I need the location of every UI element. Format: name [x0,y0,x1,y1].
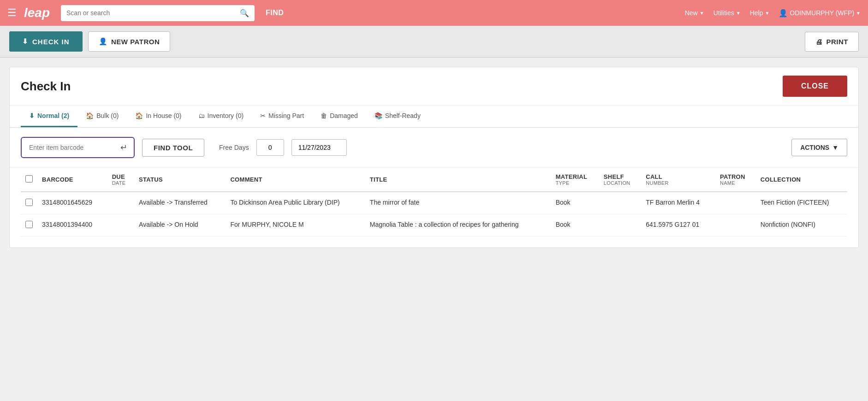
inventory-tab-icon: 🗂 [198,112,205,119]
new-menu-caret: ▼ [700,11,704,16]
th-collection: COLLECTION [756,168,847,192]
row-checkbox-1[interactable] [25,221,33,228]
print-button[interactable]: 🖨 PRINT [805,32,859,52]
cell-material-type-1: Book [551,214,599,236]
close-button[interactable]: CLOSE [783,76,847,97]
row-checkbox-0[interactable] [25,199,33,206]
user-menu-label: ODINMURPHY (WFP) [790,9,854,17]
tab-missing-part-label: Missing Part [268,112,304,119]
hamburger-icon[interactable]: ☰ [7,7,17,19]
panel-title: Check In [21,79,71,94]
cell-comment-1: For MURPHY, NICOLE M [226,214,365,236]
free-days-label: Free Days [219,144,249,151]
panel-header: Check In CLOSE [10,67,858,106]
inhouse-tab-icon: 🏠 [135,112,143,119]
print-icon: 🖨 [815,38,823,46]
cell-comment-0: To Dickinson Area Public Library (DIP) [226,192,365,214]
bulk-tab-icon: 🏠 [86,112,94,119]
cell-status-1: Available -> On Hold [134,214,226,236]
cell-shelf-location-0 [599,192,641,214]
free-days-input[interactable] [256,139,284,156]
utilities-menu-label: Utilities [713,9,734,17]
tab-inventory[interactable]: 🗂 Inventory (0) [190,106,252,127]
tab-bulk-label: Bulk (0) [96,112,119,119]
barcode-enter-button[interactable]: ↵ [115,139,133,156]
tab-shelf-ready[interactable]: 📚 Shelf-Ready [366,106,429,127]
tab-inhouse-label: In House (0) [146,112,181,119]
cell-collection-1: Nonfiction (NONFI) [756,214,847,236]
find-tool-button[interactable]: FIND TOOL [142,139,204,157]
user-menu[interactable]: 👤 ODINMURPHY (WFP) ▼ [779,9,861,18]
cell-patron-name-1 [715,214,756,236]
actions-button[interactable]: ACTIONS ▼ [791,139,847,156]
cell-call-number-1: 641.5975 G127 01 [641,214,715,236]
table-wrap: BARCODE DUEDATE STATUS COMMENT TITLE MAT… [10,168,858,248]
tab-missing-part[interactable]: ✂ Missing Part [252,106,312,127]
new-menu[interactable]: New ▼ [685,9,704,17]
date-input[interactable] [291,139,347,156]
cell-due-date-0 [107,192,134,214]
select-all-col [21,168,37,192]
table-row: 33148001645629 Available -> Transferred … [21,192,847,214]
barcode-wrap: ↵ [21,137,135,158]
cell-material-type-0: Book [551,192,599,214]
checkin-button[interactable]: ⬇ CHECK IN [9,31,83,52]
tab-bulk[interactable]: 🏠 Bulk (0) [77,106,127,127]
cell-title-1: Magnolia Table : a collection of recipes… [365,214,551,236]
tab-damaged[interactable]: 🗑 Damaged [312,106,366,127]
tab-normal[interactable]: ⬇ Normal (2) [21,106,77,127]
search-bar: 🔍 [61,5,255,21]
th-barcode: BARCODE [37,168,107,192]
utilities-menu[interactable]: Utilities ▼ [713,9,741,17]
utilities-menu-caret: ▼ [736,11,741,16]
th-status: STATUS [134,168,226,192]
tab-inhouse[interactable]: 🏠 In House (0) [127,106,190,127]
table-header-row: BARCODE DUEDATE STATUS COMMENT TITLE MAT… [21,168,847,192]
toolbar: ⬇ CHECK IN 👤 NEW PATRON 🖨 PRINT [0,26,868,58]
cell-patron-name-0 [715,192,756,214]
cell-shelf-location-1 [599,214,641,236]
actions-caret-icon: ▼ [832,144,838,151]
cell-collection-0: Teen Fiction (FICTEEN) [756,192,847,214]
th-material-type: MATERIALTYPE [551,168,599,192]
cell-title-0: The mirror of fate [365,192,551,214]
tab-inventory-label: Inventory (0) [208,112,244,119]
checkin-icon: ⬇ [22,37,29,46]
new-patron-label: NEW PATRON [111,38,160,46]
help-menu[interactable]: Help ▼ [750,9,770,17]
checkin-form: ↵ FIND TOOL Free Days ACTIONS ▼ [10,128,858,168]
search-input[interactable] [61,6,234,20]
print-label: PRINT [826,38,849,46]
select-all-checkbox[interactable] [25,175,33,183]
tab-damaged-label: Damaged [330,112,358,119]
th-call-number: CALLNUMBER [641,168,715,192]
tab-shelf-ready-label: Shelf-Ready [385,112,421,119]
checkin-label: CHECK IN [32,38,70,46]
cell-due-date-1 [107,214,134,236]
main-panel: Check In CLOSE ⬇ Normal (2) 🏠 Bulk (0) 🏠… [9,67,859,248]
search-button[interactable]: 🔍 [234,5,255,21]
new-patron-button[interactable]: 👤 NEW PATRON [88,31,171,52]
th-title: TITLE [365,168,551,192]
th-shelf-location: SHELFLOCATION [599,168,641,192]
toolbar-left: ⬇ CHECK IN 👤 NEW PATRON [9,31,170,52]
help-menu-caret: ▼ [765,11,769,16]
th-comment: COMMENT [226,168,365,192]
help-menu-label: Help [750,9,763,17]
cell-barcode-0: 33148001645629 [37,192,107,214]
cell-status-0: Available -> Transferred [134,192,226,214]
top-nav: ☰ leap 🔍 FIND New ▼ Utilities ▼ Help ▼ 👤… [0,0,868,26]
nav-right-group: New ▼ Utilities ▼ Help ▼ 👤 ODINMURPHY (W… [685,9,861,18]
table-row: 33148001394400 Available -> On Hold For … [21,214,847,236]
shelf-ready-tab-icon: 📚 [375,112,382,119]
user-menu-caret: ▼ [856,11,861,16]
user-icon: 👤 [779,9,788,18]
tabs-row: ⬇ Normal (2) 🏠 Bulk (0) 🏠 In House (0) 🗂… [10,106,858,128]
th-due-date: DUEDATE [107,168,134,192]
missing-part-tab-icon: ✂ [260,112,266,119]
barcode-input[interactable] [23,139,115,156]
th-patron-name: PATRONNAME [715,168,756,192]
checkin-table: BARCODE DUEDATE STATUS COMMENT TITLE MAT… [21,168,847,236]
actions-label: ACTIONS [800,144,829,151]
find-nav-label[interactable]: FIND [266,9,284,17]
